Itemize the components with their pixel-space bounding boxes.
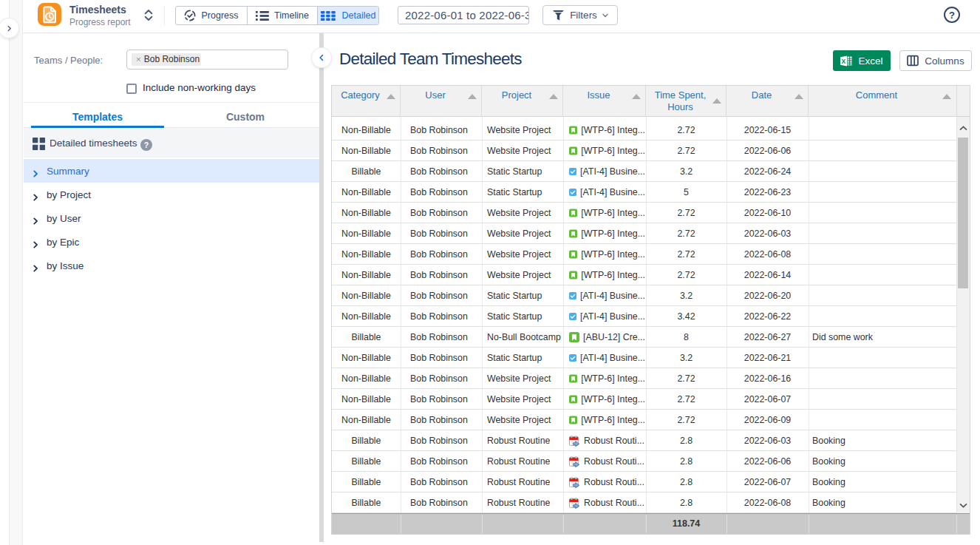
svg-text:X: X	[842, 57, 846, 64]
